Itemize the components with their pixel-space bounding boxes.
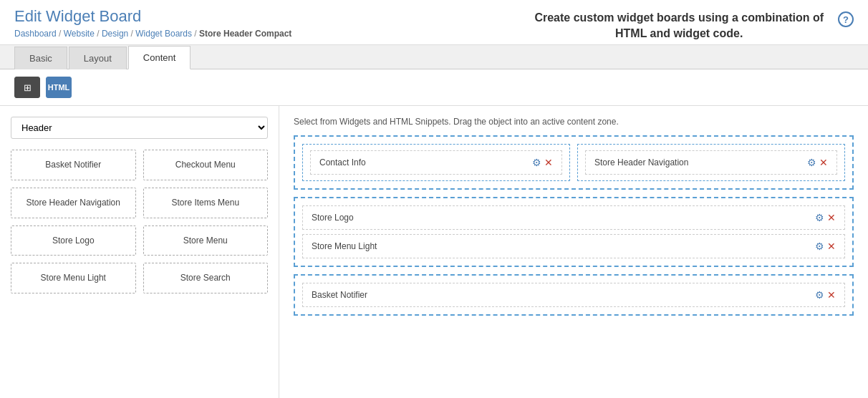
widget-store-menu-light[interactable]: Store Menu Light xyxy=(11,263,136,293)
delete-store-header-nav-icon[interactable]: ✕ xyxy=(819,157,828,168)
placed-basket-notifier-label: Basket Notifier xyxy=(312,290,367,300)
header-dropdown[interactable]: Header xyxy=(11,117,268,139)
right-panel: Select from Widgets and HTML Snippets. D… xyxy=(279,106,868,398)
settings-store-header-nav-icon[interactable]: ⚙ xyxy=(807,157,816,168)
tab-content[interactable]: Content xyxy=(128,46,191,69)
widget-store-search[interactable]: Store Search xyxy=(143,263,269,293)
placed-store-menu-light: Store Menu Light ⚙ ✕ xyxy=(302,234,845,258)
instructions: Select from Widgets and HTML Snippets. D… xyxy=(294,117,854,127)
delete-store-menu-light-icon[interactable]: ✕ xyxy=(827,241,836,252)
left-panel: Header Basket Notifier Checkout Menu Sto… xyxy=(0,106,279,398)
breadcrumb-widget-boards[interactable]: Widget Boards xyxy=(135,29,192,39)
content-zone-3: Basket Notifier ⚙ ✕ xyxy=(294,274,854,316)
placed-store-header-nav-label: Store Header Navigation xyxy=(594,157,688,168)
widget-basket-notifier[interactable]: Basket Notifier xyxy=(11,150,136,180)
placed-basket-notifier: Basket Notifier ⚙ ✕ xyxy=(302,283,845,307)
breadcrumb-dashboard[interactable]: Dashboard xyxy=(14,29,57,39)
sub-tab-widgets[interactable]: ⊞ xyxy=(14,77,40,98)
tagline: Create custom widget boards using a comb… xyxy=(534,7,824,42)
breadcrumb-website[interactable]: Website xyxy=(64,29,95,39)
delete-contact-info-icon[interactable]: ✕ xyxy=(544,157,553,168)
breadcrumb-design[interactable]: Design xyxy=(102,29,128,39)
content-zone-1: Contact Info ⚙ ✕ Store Header Navigation xyxy=(294,135,854,190)
widget-store-menu[interactable]: Store Menu xyxy=(143,225,269,256)
placed-store-logo-label: Store Logo xyxy=(312,213,354,223)
tab-layout[interactable]: Layout xyxy=(69,47,127,69)
widget-grid: Basket Notifier Checkout Menu Store Head… xyxy=(11,150,268,293)
placed-contact-info-label: Contact Info xyxy=(319,157,366,168)
zone1-col1: Contact Info ⚙ ✕ xyxy=(302,144,570,181)
widget-store-items-menu[interactable]: Store Items Menu xyxy=(143,188,269,218)
delete-basket-notifier-icon[interactable]: ✕ xyxy=(827,289,836,301)
settings-store-menu-light-icon[interactable]: ⚙ xyxy=(815,241,824,252)
sub-tabs: ⊞ HTML xyxy=(0,69,868,106)
sub-tab-html[interactable]: HTML xyxy=(46,77,72,98)
delete-store-logo-icon[interactable]: ✕ xyxy=(827,212,836,223)
tab-basic[interactable]: Basic xyxy=(14,47,67,69)
settings-store-logo-icon[interactable]: ⚙ xyxy=(815,212,824,223)
tabs-bar: Basic Layout Content xyxy=(0,45,868,69)
placed-store-header-navigation: Store Header Navigation ⚙ ✕ xyxy=(585,150,837,175)
help-icon[interactable]: ? xyxy=(838,11,854,27)
placed-store-logo: Store Logo ⚙ ✕ xyxy=(302,205,845,230)
edit-contact-info-icon[interactable]: ⚙ xyxy=(532,157,541,168)
widget-checkout-menu[interactable]: Checkout Menu xyxy=(143,150,269,180)
widget-store-header-navigation[interactable]: Store Header Navigation xyxy=(11,188,136,218)
breadcrumb: Dashboard / Website / Design / Widget Bo… xyxy=(14,29,291,44)
breadcrumb-current: Store Header Compact xyxy=(199,29,291,39)
zone1-col2: Store Header Navigation ⚙ ✕ xyxy=(577,144,845,181)
placed-contact-info: Contact Info ⚙ ✕ xyxy=(310,150,562,175)
widget-store-logo[interactable]: Store Logo xyxy=(11,225,136,256)
page-title: Edit Widget Board xyxy=(14,7,291,26)
settings-basket-notifier-icon[interactable]: ⚙ xyxy=(815,289,824,301)
content-zone-2: Store Logo ⚙ ✕ Store Menu Light ⚙ ✕ xyxy=(294,197,854,267)
placed-store-menu-light-label: Store Menu Light xyxy=(312,241,377,251)
